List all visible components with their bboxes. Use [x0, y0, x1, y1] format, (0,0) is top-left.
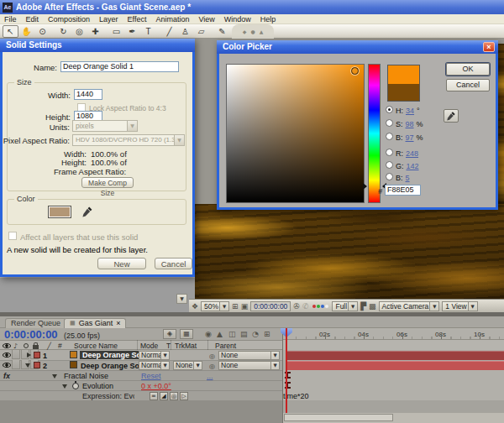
menu-file[interactable]: File	[4, 15, 17, 24]
tab-render-queue[interactable]: Render Queue	[5, 318, 66, 328]
snapshot-icon[interactable]: ✇	[293, 300, 300, 312]
hand-tool[interactable]: ✋	[18, 25, 34, 38]
radio-s[interactable]	[386, 119, 393, 127]
property-twirl-icon[interactable]	[62, 384, 67, 389]
show-channel-icon[interactable]	[312, 305, 316, 308]
menu-layer[interactable]: Layer	[99, 15, 118, 24]
comp-timecode-field[interactable]: 0:00:00:00	[250, 301, 291, 311]
cancel-button[interactable]: Cancel	[446, 79, 490, 91]
workspace-icon[interactable]: ●	[250, 29, 255, 34]
effect-twirl-icon[interactable]	[52, 374, 57, 379]
column-source-name[interactable]: Source Name	[74, 342, 118, 350]
column-trkmat[interactable]: TrkMat	[175, 342, 197, 350]
layer1-visibility-eye-icon[interactable]	[3, 352, 11, 358]
menu-help[interactable]: Help	[260, 15, 276, 24]
fx-badge[interactable]: fx	[3, 372, 10, 380]
cancel-button[interactable]: Cancel	[155, 258, 192, 269]
layer1-mode-dropdown[interactable]: Normal	[139, 351, 170, 360]
saturation-brightness-field[interactable]	[226, 64, 365, 203]
type-tool[interactable]: T	[140, 25, 156, 38]
layer2-visibility-eye-icon[interactable]	[3, 363, 11, 368]
red-field-row[interactable]: R: 248	[386, 149, 418, 158]
current-time-field[interactable]: 0:00:00:00	[4, 328, 58, 341]
field-value[interactable]: 5	[406, 174, 410, 182]
layer1-parent-dropdown[interactable]: None	[218, 351, 280, 360]
workspace-icon[interactable]: ▲	[260, 29, 264, 34]
hue-field-row[interactable]: H: 34 °	[386, 106, 420, 115]
layer2-duration-bar[interactable]	[286, 361, 504, 370]
property-name[interactable]: Evolution	[82, 382, 113, 390]
region-of-interest-icon[interactable]: ▛	[360, 300, 366, 312]
field-value[interactable]: 142	[407, 162, 419, 170]
show-snapshot-icon[interactable]: ✆	[302, 300, 309, 312]
color-picker-titlebar[interactable]: Color Picker	[217, 40, 498, 54]
field-value[interactable]: 98	[406, 120, 414, 128]
mask-shape-tool[interactable]: ▭	[108, 25, 124, 38]
expression-enable-icon[interactable]: =	[150, 392, 158, 400]
hue-slider[interactable]	[368, 64, 381, 203]
selection-tool[interactable]: ↖	[3, 25, 18, 38]
puppet-pin-tool[interactable]: ✎	[214, 25, 230, 38]
tab-gas-giant[interactable]: ▦ Gas Giant ×	[64, 318, 126, 328]
expression-language-icon[interactable]: ▷	[180, 392, 188, 400]
effect-options-link[interactable]: ...	[207, 372, 213, 380]
new-button[interactable]: New	[97, 258, 146, 269]
width-field[interactable]: 1440	[74, 89, 102, 100]
timeline-h-scroll-thumb[interactable]	[284, 414, 393, 421]
resolution-dropdown[interactable]: Full	[332, 301, 358, 311]
close-icon[interactable]: ×	[483, 42, 495, 52]
layer2-twirl-icon[interactable]	[25, 363, 30, 368]
units-dropdown[interactable]: pixels	[72, 120, 138, 132]
flowchart-icon[interactable]: ❖	[192, 300, 198, 312]
affect-all-checkbox[interactable]	[8, 232, 17, 240]
menu-composition[interactable]: Composition	[48, 15, 90, 24]
live-update-icon[interactable]: ◉	[205, 330, 212, 338]
pan-behind-tool[interactable]: ✚	[87, 25, 103, 38]
expression-graph-icon[interactable]: ◢	[160, 392, 168, 400]
radio-g[interactable]	[386, 161, 393, 169]
hue-arrow-left[interactable]	[363, 183, 367, 190]
brightness-field-row[interactable]: B: 97 %	[386, 133, 423, 142]
field-value[interactable]: 34	[406, 107, 414, 115]
comp-marker-bin-button[interactable]: ◈	[163, 329, 176, 339]
radio-b2[interactable]	[386, 173, 393, 180]
hide-shy-icon[interactable]: ◫	[228, 330, 236, 338]
radio-r[interactable]	[386, 149, 393, 156]
column-parent[interactable]: Parent	[215, 342, 236, 350]
eyedropper-button[interactable]	[444, 109, 459, 123]
effect-reset-link[interactable]: Reset	[141, 372, 161, 380]
graph-editor-icon[interactable]: ⊞	[264, 330, 270, 338]
stopwatch-icon[interactable]	[72, 383, 79, 389]
clone-stamp-tool[interactable]: ♙	[177, 25, 193, 38]
brush-tool[interactable]: ╱	[161, 25, 177, 38]
hex-field[interactable]: F88E05	[385, 185, 421, 196]
solid-name-field[interactable]: Deep Orange Solid 1	[60, 61, 179, 72]
composition-view[interactable]	[190, 204, 504, 299]
pixel-aspect-ratio-dropdown[interactable]: HDV 1080/DVCPRO HD 720 (1.33)	[72, 134, 185, 146]
motion-blur-icon[interactable]: ◔	[252, 330, 259, 338]
layer1-twirl-icon[interactable]	[27, 352, 31, 358]
field-value[interactable]: 248	[406, 149, 418, 158]
layer2-mode-dropdown[interactable]: Normal	[139, 361, 170, 370]
column-number[interactable]: #	[58, 342, 62, 350]
field-value[interactable]: 97	[406, 133, 414, 142]
safe-margins-icon[interactable]: ▣	[241, 300, 249, 312]
unified-camera-tool[interactable]: ◎	[71, 25, 87, 38]
rotation-tool[interactable]: ↻	[55, 25, 71, 38]
menu-view[interactable]: View	[198, 15, 214, 24]
layer1-label-color[interactable]	[34, 352, 40, 358]
layer1-duration-bar[interactable]	[286, 351, 504, 360]
tab-close-icon[interactable]: ×	[116, 319, 120, 328]
pen-tool[interactable]: ✒	[124, 25, 140, 38]
menu-window[interactable]: Window	[224, 15, 251, 24]
expression-pickwhip-icon[interactable]: ◎	[170, 392, 178, 400]
grid-guides-icon[interactable]: ⊞	[232, 300, 239, 312]
frame-blend-icon[interactable]: ▤	[240, 330, 248, 338]
color-marker[interactable]	[351, 67, 359, 75]
comp-flowchart-button[interactable]: ▦	[180, 329, 193, 339]
layer2-trkmat-dropdown[interactable]: None	[173, 361, 202, 370]
column-mode[interactable]: Mode	[140, 342, 158, 350]
layer2-parent-pickwhip-icon[interactable]	[209, 361, 215, 370]
menu-animation[interactable]: Animation	[155, 15, 189, 24]
eyedropper-icon[interactable]	[81, 206, 93, 219]
